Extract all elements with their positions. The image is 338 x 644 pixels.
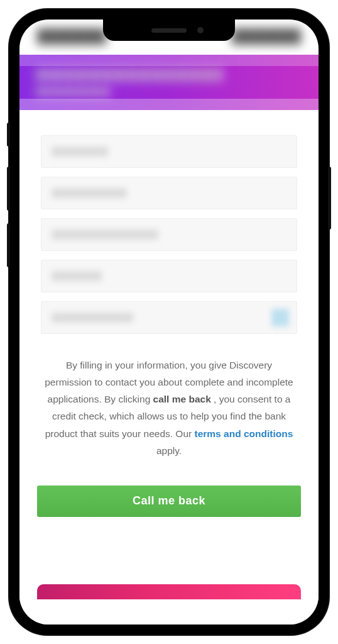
speaker-icon — [151, 28, 187, 33]
field-placeholder — [52, 313, 133, 323]
field-placeholder — [52, 271, 102, 281]
status-right: ███ — [232, 28, 301, 45]
input-field-1[interactable] — [41, 135, 297, 168]
input-field-2[interactable] — [41, 177, 297, 209]
consent-bold: call me back — [153, 394, 211, 404]
side-button — [7, 123, 10, 147]
input-field-5[interactable] — [41, 301, 297, 334]
notch — [103, 19, 235, 41]
field-action-icon[interactable] — [271, 309, 289, 326]
phone-frame: ███ ███ ████████████ ██████ — [9, 9, 329, 635]
input-field-4[interactable] — [41, 260, 297, 292]
status-left: ███ — [37, 28, 106, 45]
field-placeholder — [52, 188, 127, 198]
field-placeholder — [52, 147, 108, 157]
volume-up-button — [7, 167, 10, 211]
bottom-accent-bar — [37, 584, 301, 599]
form-card — [37, 129, 301, 343]
consent-part3: apply. — [156, 445, 182, 456]
header-banner: ████████████ ██████ — [19, 55, 319, 110]
field-placeholder — [52, 230, 158, 240]
screen: ███ ███ ████████████ ██████ — [19, 19, 319, 625]
main-content: By filling in your information, you give… — [19, 110, 319, 625]
power-button — [328, 167, 331, 230]
terms-and-conditions-link[interactable]: terms and conditions — [195, 428, 293, 439]
header-subtitle: ██████ — [35, 87, 110, 97]
camera-icon — [197, 27, 204, 33]
volume-down-button — [7, 223, 10, 267]
consent-text: By filling in your information, you give… — [37, 357, 301, 459]
input-field-3[interactable] — [41, 218, 297, 251]
call-me-back-button[interactable]: Call me back — [37, 486, 301, 517]
header-title: ████████████ — [35, 68, 223, 82]
footer-space — [37, 599, 301, 618]
